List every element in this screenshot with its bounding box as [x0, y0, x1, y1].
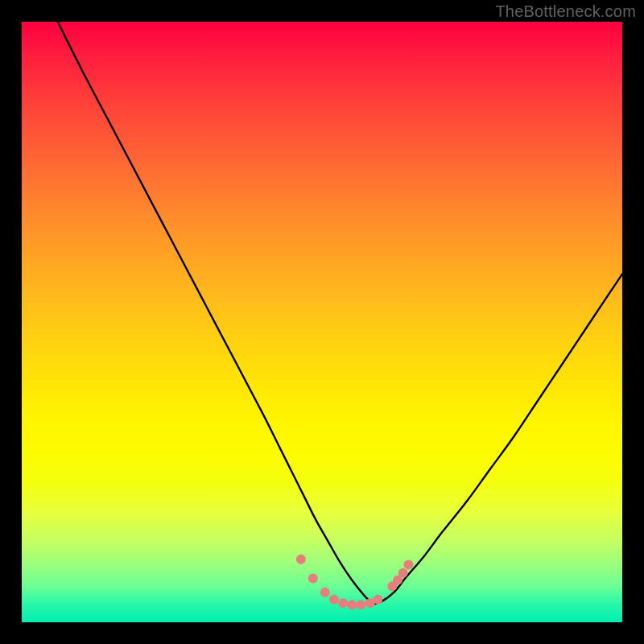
curve-left-branch	[58, 22, 374, 605]
highlight-marker	[403, 559, 413, 569]
highlight-marker	[296, 555, 306, 564]
highlight-marker	[398, 568, 408, 578]
highlight-marker	[373, 595, 382, 605]
highlight-marker	[347, 600, 357, 609]
chart-frame: TheBottleneck.com	[0, 0, 644, 644]
highlight-marker	[308, 574, 318, 584]
highlight-markers	[296, 555, 414, 610]
watermark-text: TheBottleneck.com	[495, 2, 636, 21]
curve-right-branch	[373, 274, 622, 604]
curve-layer	[22, 22, 622, 622]
highlight-marker	[356, 600, 365, 609]
highlight-marker	[320, 588, 330, 597]
plot-area	[22, 22, 622, 622]
highlight-marker	[329, 595, 339, 605]
highlight-marker	[338, 598, 348, 608]
